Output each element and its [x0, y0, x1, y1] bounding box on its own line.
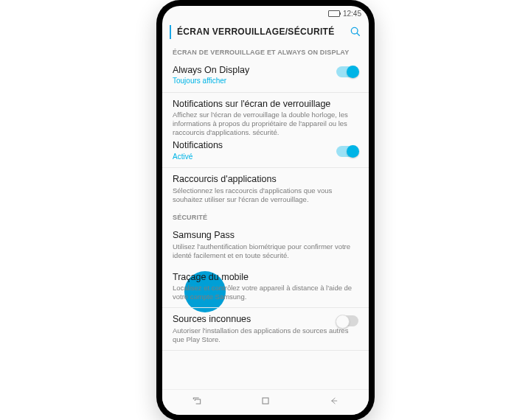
status-bar: 12:45: [162, 6, 369, 21]
status-time: 12:45: [343, 10, 361, 18]
back-button[interactable]: [170, 25, 171, 38]
recent-apps-button[interactable]: [191, 395, 203, 410]
notifications-row[interactable]: Notifications Activé: [162, 139, 369, 168]
item-subtitle: Toujours afficher: [173, 77, 358, 86]
item-subtitle: Sélectionnez les raccourcis d'applicatio…: [173, 186, 358, 204]
notifications-toggle[interactable]: [336, 146, 358, 157]
always-on-display-toggle[interactable]: [336, 66, 358, 77]
item-title: Sources inconnues: [173, 314, 358, 326]
chevron-left-icon: [170, 25, 171, 39]
svg-line-1: [357, 33, 359, 35]
search-icon: [350, 26, 361, 38]
samsung-pass-row[interactable]: Samsung Pass Utilisez l'authentification…: [162, 224, 369, 265]
item-subtitle: Localisez et contrôlez votre appareil à …: [173, 284, 358, 301]
lockscreen-notifications-header-row[interactable]: Notifications sur l'écran de verrouillag…: [162, 93, 369, 139]
app-shortcuts-row[interactable]: Raccourcis d'applications Sélectionnez l…: [162, 168, 369, 209]
home-button[interactable]: [260, 395, 271, 410]
content-area[interactable]: ÉCRAN DE VERROUILLAGE ET ALWAYS ON DISPL…: [162, 44, 369, 389]
item-title: Samsung Pass: [173, 230, 358, 242]
svg-rect-2: [263, 398, 268, 404]
back-nav-button[interactable]: [328, 395, 340, 410]
phone-frame: 12:45 ÉCRAN VERROUILLAGE/SÉCURITÉ ÉCRAN …: [156, 0, 375, 420]
item-title: Traçage du mobile: [173, 272, 358, 284]
item-title: Notifications sur l'écran de verrouillag…: [173, 99, 358, 111]
item-subtitle: Affichez sur l'écran de verrouillage la …: [173, 111, 358, 137]
search-button[interactable]: [350, 26, 361, 38]
section-header-lockscreen: ÉCRAN DE VERROUILLAGE ET ALWAYS ON DISPL…: [162, 44, 369, 59]
back-icon: [328, 395, 340, 407]
find-my-mobile-row[interactable]: Traçage du mobile Localisez et contrôlez…: [162, 266, 369, 308]
item-subtitle: Autoriser l'installation des application…: [173, 326, 358, 344]
item-subtitle: Utilisez l'authentification biométrique …: [173, 242, 358, 260]
item-title: Raccourcis d'applications: [173, 174, 358, 186]
page-title: ÉCRAN VERROUILLAGE/SÉCURITÉ: [177, 27, 344, 37]
always-on-display-row[interactable]: Always On Display Toujours afficher: [162, 59, 369, 93]
app-header: ÉCRAN VERROUILLAGE/SÉCURITÉ: [162, 21, 369, 44]
recent-apps-icon: [191, 395, 203, 407]
home-icon: [260, 395, 271, 407]
unknown-sources-row[interactable]: Sources inconnues Autoriser l'installati…: [162, 308, 369, 350]
item-subtitle: Activé: [173, 153, 358, 162]
navigation-bar: [162, 389, 369, 415]
unknown-sources-toggle[interactable]: [336, 315, 358, 326]
item-title: Always On Display: [173, 65, 358, 77]
battery-icon: [328, 10, 340, 17]
item-title: Notifications: [173, 140, 358, 152]
phone-screen: 12:45 ÉCRAN VERROUILLAGE/SÉCURITÉ ÉCRAN …: [162, 6, 369, 415]
section-header-security: SÉCURITÉ: [162, 209, 369, 224]
